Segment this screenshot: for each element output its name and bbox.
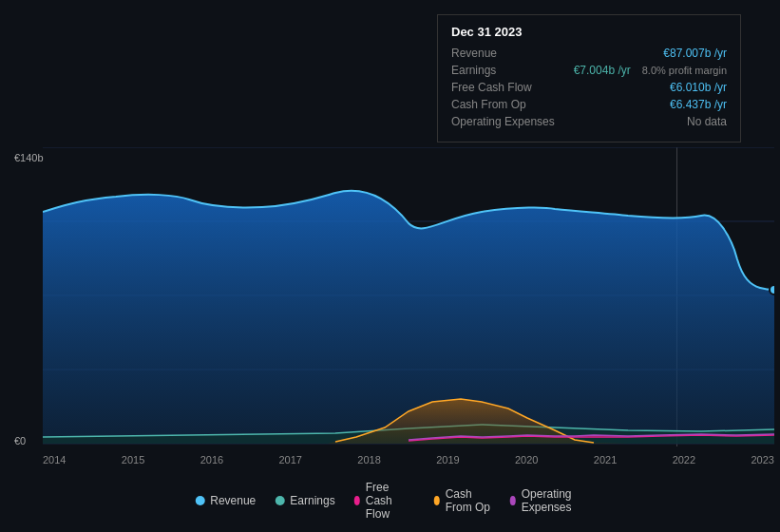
legend-item-revenue[interactable]: Revenue bbox=[195, 494, 256, 507]
legend-label-cashfromop: Cash From Op bbox=[446, 487, 491, 514]
x-label-2023: 2023 bbox=[751, 454, 773, 466]
legend-dot-cashfromop bbox=[434, 496, 440, 505]
legend-label-fcf: Free Cash Flow bbox=[366, 481, 415, 521]
tooltip-value-revenue: €87.007b /yr bbox=[663, 47, 727, 60]
tooltip-row-opex: Operating Expenses No data bbox=[451, 115, 727, 128]
tooltip-label-revenue: Revenue bbox=[451, 47, 565, 60]
tooltip-row-earnings: Earnings €7.004b /yr 8.0% profit margin bbox=[451, 64, 727, 77]
tooltip-row-revenue: Revenue €87.007b /yr bbox=[451, 47, 727, 60]
x-axis: 2014 2015 2016 2017 2018 2019 2020 2021 … bbox=[43, 454, 774, 466]
legend-dot-fcf bbox=[354, 496, 360, 505]
svg-point-5 bbox=[770, 285, 774, 294]
legend-dot-earnings bbox=[275, 496, 284, 505]
x-label-2014: 2014 bbox=[43, 454, 66, 466]
x-label-2016: 2016 bbox=[200, 454, 223, 466]
legend-item-cashfromop[interactable]: Cash From Op bbox=[434, 487, 491, 514]
tooltip-box: Dec 31 2023 Revenue €87.007b /yr Earning… bbox=[437, 14, 741, 142]
tooltip-row-fcf: Free Cash Flow €6.010b /yr bbox=[451, 81, 727, 94]
tooltip-value-earnings: €7.004b /yr bbox=[574, 64, 631, 77]
x-label-2020: 2020 bbox=[515, 454, 538, 466]
tooltip-label-opex: Operating Expenses bbox=[451, 115, 565, 128]
tooltip-label-fcf: Free Cash Flow bbox=[451, 81, 565, 94]
legend-label-opex: Operating Expenses bbox=[522, 487, 585, 514]
x-label-2019: 2019 bbox=[436, 454, 459, 466]
profit-margin-label: 8.0% profit margin bbox=[642, 65, 727, 76]
tooltip-label-cashfromop: Cash From Op bbox=[451, 98, 565, 111]
legend-item-earnings[interactable]: Earnings bbox=[275, 494, 334, 507]
tooltip-label-earnings: Earnings bbox=[451, 64, 565, 77]
legend-item-fcf[interactable]: Free Cash Flow bbox=[354, 481, 415, 521]
tooltip-value-opex: No data bbox=[687, 115, 727, 128]
x-label-2022: 2022 bbox=[673, 454, 695, 466]
tooltip-value-cashfromop: €6.437b /yr bbox=[670, 98, 727, 111]
chart-svg bbox=[43, 147, 774, 446]
tooltip-date: Dec 31 2023 bbox=[451, 25, 727, 39]
legend: Revenue Earnings Free Cash Flow Cash Fro… bbox=[195, 481, 585, 521]
x-label-2017: 2017 bbox=[278, 454, 301, 466]
legend-label-earnings: Earnings bbox=[290, 494, 334, 507]
tooltip-value-fcf: €6.010b /yr bbox=[670, 81, 727, 94]
y-axis-bottom-label: €0 bbox=[14, 435, 26, 446]
legend-label-revenue: Revenue bbox=[210, 494, 256, 507]
y-axis-top-label: €140b bbox=[14, 152, 44, 163]
x-label-2021: 2021 bbox=[594, 454, 617, 466]
x-label-2015: 2015 bbox=[122, 454, 144, 466]
x-label-2018: 2018 bbox=[357, 454, 380, 466]
legend-item-opex[interactable]: Operating Expenses bbox=[510, 487, 585, 514]
legend-dot-opex bbox=[510, 496, 516, 505]
tooltip-row-cashfromop: Cash From Op €6.437b /yr bbox=[451, 98, 727, 111]
legend-dot-revenue bbox=[195, 496, 204, 505]
chart-container: Dec 31 2023 Revenue €87.007b /yr Earning… bbox=[0, 0, 780, 532]
